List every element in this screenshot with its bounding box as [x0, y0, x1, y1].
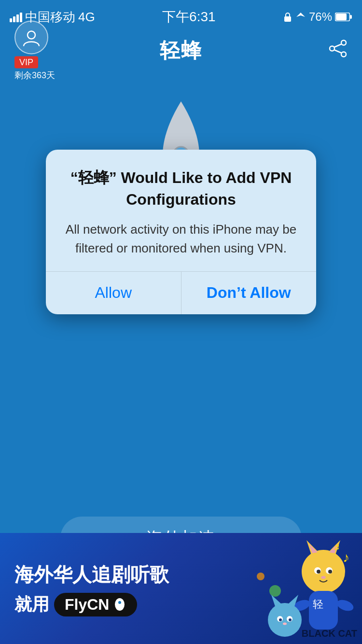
svg-point-32 [269, 585, 281, 597]
banner-text-area: 海外华人追剧听歌 就用 FlyCN [0, 551, 237, 626]
banner-just-use: 就用 [14, 593, 49, 616]
main-content: “轻蜂” Would Like to Add VPN Configuration… [0, 72, 362, 560]
location-icon [295, 12, 306, 22]
alert-message: All network activity on this iPhone may … [63, 220, 299, 258]
svg-text:♬: ♬ [333, 541, 340, 552]
svg-text:♪: ♪ [343, 550, 349, 565]
header: VIP 剩余363天 轻蜂 [0, 29, 362, 72]
svg-point-40 [289, 618, 292, 621]
svg-point-39 [279, 618, 282, 621]
share-icon[interactable] [328, 39, 348, 63]
dont-allow-button[interactable]: Don’t Allow [181, 272, 317, 314]
svg-rect-26 [309, 591, 338, 630]
status-right: 76% [283, 10, 352, 24]
alert-title: “轻蜂” Would Like to Add VPN Configuration… [63, 167, 299, 210]
vip-badge: VIP [14, 56, 38, 69]
watermark: BLACK CAT [302, 628, 357, 639]
svg-text:轻: 轻 [313, 598, 323, 610]
svg-point-6 [330, 46, 334, 51]
svg-line-8 [334, 44, 341, 47]
svg-point-16 [302, 550, 345, 593]
alert-body: “轻蜂” Would Like to Add VPN Configuration… [46, 150, 316, 271]
mascot-svg: ♪ ♬ 轻 [237, 533, 362, 644]
brand-pill: FlyCN [54, 593, 137, 616]
allow-button[interactable]: Allow [46, 272, 181, 314]
watermark-text: BLACK CAT [302, 628, 357, 639]
alert-buttons: Allow Don’t Allow [46, 272, 316, 314]
svg-point-23 [317, 570, 320, 574]
svg-point-14 [115, 598, 125, 611]
svg-point-33 [257, 573, 265, 580]
battery-label: 76% [309, 10, 332, 24]
svg-rect-0 [284, 16, 291, 22]
svg-point-24 [328, 570, 332, 574]
svg-point-15 [118, 601, 121, 604]
svg-point-4 [28, 31, 35, 39]
app-title: 轻蜂 [160, 37, 202, 64]
svg-point-28 [335, 598, 355, 613]
mascot-illustration: ♪ ♬ 轻 BLACK CAT [237, 533, 362, 644]
svg-point-25 [321, 576, 326, 579]
svg-point-5 [341, 41, 346, 45]
brand-icon [113, 598, 126, 611]
svg-point-34 [268, 603, 302, 637]
network-label: 4G [78, 10, 95, 25]
svg-point-41 [283, 623, 287, 625]
banner-brand-row: 就用 FlyCN [14, 593, 222, 616]
lock-icon [283, 12, 292, 22]
alert-dialog: “轻蜂” Would Like to Add VPN Configuration… [46, 150, 316, 314]
svg-line-9 [334, 50, 341, 53]
banner-headline: 海外华人追剧听歌 [14, 561, 222, 588]
svg-rect-2 [336, 14, 347, 20]
brand-name: FlyCN [65, 596, 109, 614]
status-time: 下午6:31 [162, 8, 216, 26]
svg-rect-3 [350, 15, 352, 19]
avatar[interactable] [14, 21, 48, 55]
battery-icon [335, 13, 352, 21]
svg-point-7 [341, 52, 346, 57]
avatar-area[interactable]: VIP 剩余363天 [14, 21, 55, 81]
banner-ad[interactable]: 海外华人追剧听歌 就用 FlyCN [0, 533, 362, 644]
